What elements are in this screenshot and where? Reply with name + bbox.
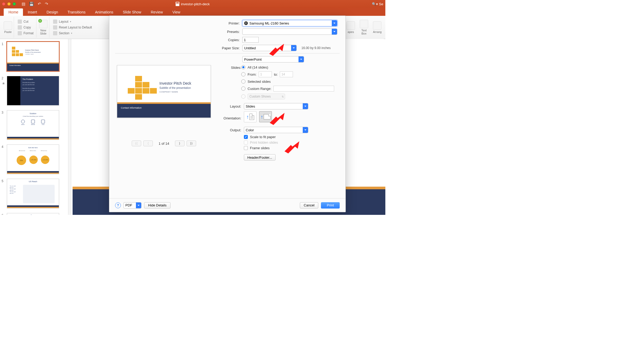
header-footer-button[interactable]: Header/Footer...: [244, 154, 276, 161]
page-portrait-icon: [249, 114, 254, 120]
quick-access-toolbar: ▤ 💾 ↶ ↷: [22, 2, 48, 6]
maximize-window-icon[interactable]: [13, 2, 16, 6]
qat-file-icon[interactable]: ▤: [22, 2, 25, 6]
layout-select[interactable]: Slides: [244, 103, 308, 109]
qat-undo-icon[interactable]: ↶: [38, 2, 41, 6]
thumbnail-row: 4 Edit title here Edit text here Edit te…: [2, 144, 66, 174]
slide-thumbnail-5[interactable]: US Reach You can edit this text You can …: [7, 179, 59, 208]
page-indicator: 1 of 14: [159, 142, 169, 146]
radio-selected-slides[interactable]: [241, 79, 245, 84]
search-placeholder: Se: [379, 2, 383, 6]
tab-design[interactable]: Design: [42, 8, 63, 16]
custom-shows-select: Custom Shows⇅: [248, 94, 285, 99]
panel-divider[interactable]: [68, 39, 71, 215]
radio-from-slides[interactable]: [241, 72, 245, 76]
logo-icon: [12, 47, 23, 56]
map-icon: [23, 185, 55, 203]
cut-button[interactable]: Cut: [17, 19, 35, 24]
qat-redo-icon[interactable]: ↷: [45, 2, 48, 6]
slide-thumbnail-2[interactable]: The Problem Describe the problem you can…: [7, 76, 59, 105]
layout-label: Layout:: [217, 104, 241, 108]
layout-button[interactable]: Layout ▾: [52, 19, 93, 24]
shapes-icon: [347, 21, 355, 30]
slide-thumbnail-6[interactable]: Press: [7, 213, 59, 215]
tab-slide-show[interactable]: Slide Show: [118, 8, 146, 16]
paper-dimensions: 16.00 by 9.00 inches: [301, 46, 331, 50]
app-options-select[interactable]: PowerPoint: [242, 56, 304, 62]
custom-range-input[interactable]: [273, 86, 334, 91]
minimize-window-icon[interactable]: [7, 2, 11, 6]
new-slide-icon: +: [39, 20, 48, 28]
star-icon[interactable]: ★: [2, 81, 5, 85]
annotation-arrow-icon: [270, 113, 286, 125]
copy-button[interactable]: Copy: [17, 25, 35, 30]
radio-custom-range[interactable]: [241, 86, 245, 91]
tab-review[interactable]: Review: [146, 8, 168, 16]
document-title: investor-pitch-deck: [176, 2, 210, 6]
copies-label: Copies:: [218, 38, 240, 42]
presets-label: Presets:: [218, 30, 240, 34]
printer-select[interactable]: ⟳ Samsung ML-2160 Series: [242, 20, 337, 26]
print-hidden-checkbox: [244, 141, 248, 144]
presets-select[interactable]: [242, 28, 337, 35]
scale-to-fit-checkbox[interactable]: [244, 135, 248, 139]
next-page-button[interactable]: ⟩: [175, 141, 184, 146]
tab-home[interactable]: Home: [4, 8, 23, 16]
print-button[interactable]: Print: [321, 202, 340, 209]
textbox-icon: [360, 20, 368, 28]
to-input[interactable]: [280, 71, 293, 77]
hide-details-button[interactable]: Hide Details: [144, 202, 171, 209]
thumbnail-row: 1 Investor Pitch Deck Subtitle of the pr…: [2, 42, 66, 71]
chevron-down-icon: [291, 45, 296, 51]
shapes-button[interactable]: apes: [347, 21, 355, 33]
thumb-number: 6: [2, 213, 5, 215]
prev-page-button[interactable]: ⟨: [143, 141, 153, 146]
slide-thumbnails-panel[interactable]: 1 Investor Pitch Deck Subtitle of the pr…: [0, 39, 68, 215]
ribbon-tabs: Home Insert Design Transitions Animation…: [0, 8, 385, 16]
reset-layout-button[interactable]: Reset Layout to Default: [52, 25, 93, 30]
slide-thumbnail-3[interactable]: Solution A brief line describing your so…: [7, 110, 59, 140]
tab-view[interactable]: View: [168, 8, 185, 16]
chevron-down-icon: [303, 103, 308, 109]
frame-slides-checkbox[interactable]: [244, 146, 248, 150]
paste-button[interactable]: Paste: [4, 21, 12, 33]
orientation-portrait-button[interactable]: ↑: [244, 111, 257, 122]
new-slide-button[interactable]: + New Slide: [39, 20, 48, 35]
slides-label: Slides:: [217, 65, 241, 70]
output-select[interactable]: Color: [244, 127, 308, 133]
thumbnail-row: 2 ★ The Problem Describe the problem you…: [2, 76, 66, 105]
close-window-icon[interactable]: [2, 2, 5, 6]
help-button[interactable]: ?: [115, 202, 121, 208]
printer-value: Samsung ML-2160 Series: [249, 21, 289, 25]
thumbnail-row: 6 Press: [2, 213, 66, 215]
first-page-button[interactable]: ⟨⟨: [132, 141, 141, 146]
tab-transitions[interactable]: Transitions: [63, 8, 90, 16]
format-painter-button[interactable]: Format: [17, 31, 35, 36]
slide-thumbnail-4[interactable]: Edit title here Edit text here Edit text…: [7, 144, 59, 174]
cancel-button[interactable]: Cancel: [300, 202, 318, 209]
scissors-icon: [18, 20, 22, 24]
annotation-arrow-icon: [269, 44, 285, 56]
arrow-up-icon: ↑: [261, 114, 263, 120]
radio-all-slides[interactable]: [241, 65, 245, 69]
chevron-down-icon: [299, 56, 304, 62]
text-box-button[interactable]: Text Box: [360, 20, 368, 35]
section-button[interactable]: Section ▾: [52, 31, 93, 36]
ribbon-right-group: apes Text Box Arrang: [344, 16, 384, 39]
paper-size-value: Untitled: [244, 46, 256, 50]
tab-insert[interactable]: Insert: [23, 8, 42, 16]
copies-input[interactable]: [242, 37, 259, 43]
last-page-button[interactable]: ⟩⟩: [187, 141, 196, 146]
from-input[interactable]: [259, 71, 272, 77]
thumb-number: 2: [2, 76, 5, 80]
print-preview: Investor Pitch Deck Subtitle of the pres…: [115, 65, 213, 161]
qat-save-icon[interactable]: 💾: [29, 2, 34, 6]
pdf-select[interactable]: PDF: [124, 202, 141, 209]
search-icon: 🔍▾: [372, 2, 378, 6]
chevron-down-icon: [136, 202, 141, 208]
search-box[interactable]: 🔍▾ Se: [372, 2, 383, 6]
slide-thumbnail-1[interactable]: Investor Pitch Deck Subtitle of the pres…: [7, 42, 59, 71]
arrange-button[interactable]: Arrang: [373, 21, 382, 33]
tab-animations[interactable]: Animations: [90, 8, 118, 16]
layout-value: Slides: [246, 104, 255, 108]
